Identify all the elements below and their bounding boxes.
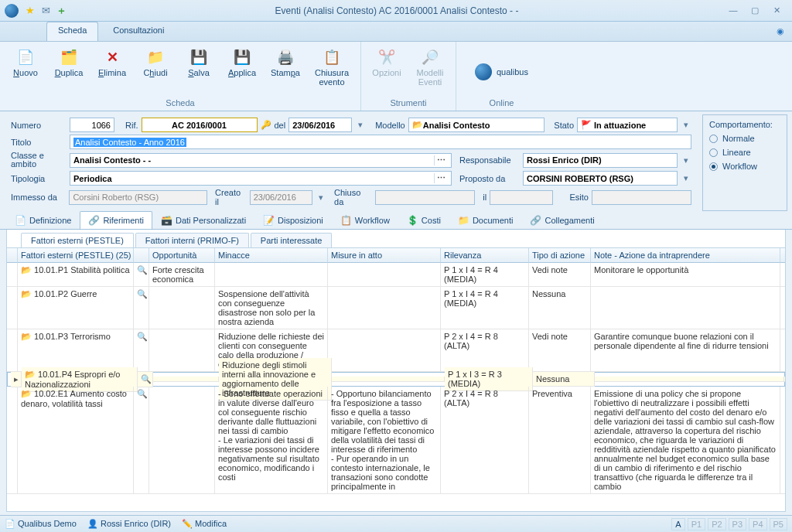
il-field [490,190,552,205]
search-icon[interactable]: 🔍 [141,374,152,384]
folder-icon: 📂 [21,289,32,298]
salva-button[interactable]: 💾Salva [178,45,220,98]
scroll-up-icon[interactable]: ▲ [780,248,786,263]
ribbon: 📄Nuovo 🗂️Duplica ✕Elimina 📁Chiudi 💾Salva… [0,42,792,111]
stato-dropdown-icon[interactable]: ▾ [681,120,691,130]
mail-icon[interactable]: ✉ [40,5,51,16]
status-page-p4[interactable]: P4 [749,518,766,530]
subtab-pestle[interactable]: Fattori esterni (PESTLE) [21,233,134,247]
folder-icon: 📂 [25,370,36,379]
rif-field[interactable]: AC 2016/0001 [142,118,258,132]
tab-workflow[interactable]: 📋Workflow [332,211,398,229]
radio-lineare[interactable]: Lineare [709,148,780,157]
tipologia-field[interactable]: Periodica⋯ [70,171,452,186]
col-fattori[interactable]: Fattori esterni (PESTLE) (25)▲ [18,248,134,263]
help-icon[interactable]: ◉ [777,26,784,36]
table-row[interactable]: 📂 10.01.P1 Stabilità politica🔍Forte cres… [7,263,785,287]
chiuso-field [375,190,475,205]
table-row[interactable]: 📂 10.01.P3 Terrorismo🔍Riduzione delle ri… [7,329,785,372]
status-page-p1[interactable]: P1 [688,518,705,530]
tab-costi[interactable]: 💲Costi [398,211,449,229]
tab-definizione[interactable]: 📄Definizione [6,211,80,229]
duplica-button[interactable]: 🗂️Duplica [48,45,90,98]
prop-field[interactable]: CORSINI ROBERTO (RSG) [523,171,678,186]
maximize-button[interactable]: ▢ [749,5,761,15]
numero-label: Numero [11,121,67,130]
menu-tabs: Scheda Consultazioni ◉ [0,22,792,42]
tab-riferimenti[interactable]: 🔗Riferimenti [80,211,152,229]
stato-field[interactable]: 🚩In attuazione [577,118,678,132]
plus-icon[interactable]: ＋ [56,5,67,16]
table-row[interactable]: 📂 10.02.E1 Aumento costo denaro, volatil… [7,387,785,494]
tipologia-browse-button[interactable]: ⋯ [434,173,448,183]
stampa-button[interactable]: 🖨️Stampa [265,45,306,98]
prop-dropdown-icon[interactable]: ▾ [681,173,691,183]
titlebar: ★ ✉ ＋ Eventi (Analisi Contesto) AC 2016/… [0,0,792,22]
chiudi-button[interactable]: 📁Chiudi [135,45,176,98]
creato-label: Creato il [215,188,247,206]
chain-icon: 🔗 [530,215,541,226]
data-icon: 🗃️ [161,215,172,226]
del-field[interactable]: 23/06/2016 [288,118,352,132]
minimize-button[interactable]: — [727,5,739,15]
tab-collegamenti[interactable]: 🔗Collegamenti [521,211,603,229]
elimina-button[interactable]: ✕Elimina [91,45,133,98]
col-note[interactable]: Note - Azione da intraprendere [591,248,780,263]
tab-disposizioni[interactable]: 📝Disposizioni [254,211,332,229]
search-icon[interactable]: 🔍 [137,332,148,341]
close-button[interactable]: ✕ [770,5,783,15]
applica-button[interactable]: 💾Applica [221,45,263,98]
col-tipo[interactable]: Tipo di azione [529,248,591,263]
tab-consultazioni[interactable]: Consultazioni [101,22,176,41]
folder-icon: 📂 [21,332,32,341]
search-icon[interactable]: 🔍 [137,265,148,275]
resp-field[interactable]: Rossi Enrico (DIR) [523,153,678,168]
sub-tabs: Fattori esterni (PESTLE) Fattori interni… [7,230,785,247]
esito-label: Esito [570,193,589,202]
window-title: Eventi (Analisi Contesto) AC 2016/0001 A… [67,5,727,16]
resp-dropdown-icon[interactable]: ▾ [681,155,691,165]
stato-label: Stato [554,121,574,130]
search-icon[interactable]: 🔍 [137,389,148,398]
classe-browse-button[interactable]: ⋯ [434,155,448,165]
status-page-a[interactable]: A [671,518,684,530]
del-dropdown-icon[interactable]: ▾ [355,120,366,130]
titolo-field[interactable]: Analisi Contesto - Anno 2016 [70,135,691,149]
qualibus-logo: qualibus [475,63,528,80]
table-row[interactable]: 📂 10.01.P2 Guerre🔍Sospensione dell'attiv… [7,287,785,329]
radio-workflow[interactable]: Workflow [709,162,780,171]
rif-key-icon[interactable]: 🔑 [261,120,271,130]
folder-icon: 📂 [412,120,423,130]
status-demo: 📄 Qualibus Demo [5,519,77,529]
status-page-p2[interactable]: P2 [708,518,725,530]
il-label: il [483,193,486,202]
status-page-p5[interactable]: P5 [770,518,787,530]
tab-documenti[interactable]: 📁Documenti [449,211,522,229]
col-opportunita[interactable]: Opportunità [149,248,215,263]
imm-label: Immesso da [11,193,66,202]
tab-scheda[interactable]: Scheda [46,22,98,41]
chiusura-evento-button[interactable]: 📋Chiusura evento [308,45,356,98]
radio-normale[interactable]: Normale [709,134,780,143]
grid: Fattori esterni (PESTLE) (25)▲ Opportuni… [6,247,786,512]
subtab-parti[interactable]: Parti interessate [251,233,332,247]
prop-label: Proposto da [459,174,520,183]
table-row[interactable]: ▸📂 10.01.P4 Espropri e/o Nazionalizzazio… [7,372,785,387]
creato-dropdown-icon[interactable]: ▾ [316,193,326,203]
flag-icon: 🚩 [581,120,592,130]
col-rilevanza[interactable]: Rilevanza [441,248,529,263]
modelli-eventi-button: 🔎Modelli Eventi [409,45,451,98]
classe-field[interactable]: Analisi Contesto - -⋯ [70,153,452,168]
status-page-p3[interactable]: P3 [729,518,746,530]
nuovo-button[interactable]: 📄Nuovo [5,45,46,98]
modello-field[interactable]: 📂Analisi Contesto [408,118,545,132]
tab-dati-personalizzati[interactable]: 🗃️Dati Personalizzati [152,211,254,229]
subtab-primof[interactable]: Fattori interni (PRIMO-F) [135,233,249,247]
search-icon[interactable]: 🔍 [137,289,148,298]
folder-icon: 📁 [458,215,469,226]
numero-field[interactable]: 1066 [70,118,114,132]
star-icon[interactable]: ★ [25,5,36,16]
note-icon: 📝 [263,215,275,226]
col-minacce[interactable]: Minacce [215,248,328,263]
col-misure[interactable]: Misure in atto [328,248,441,263]
